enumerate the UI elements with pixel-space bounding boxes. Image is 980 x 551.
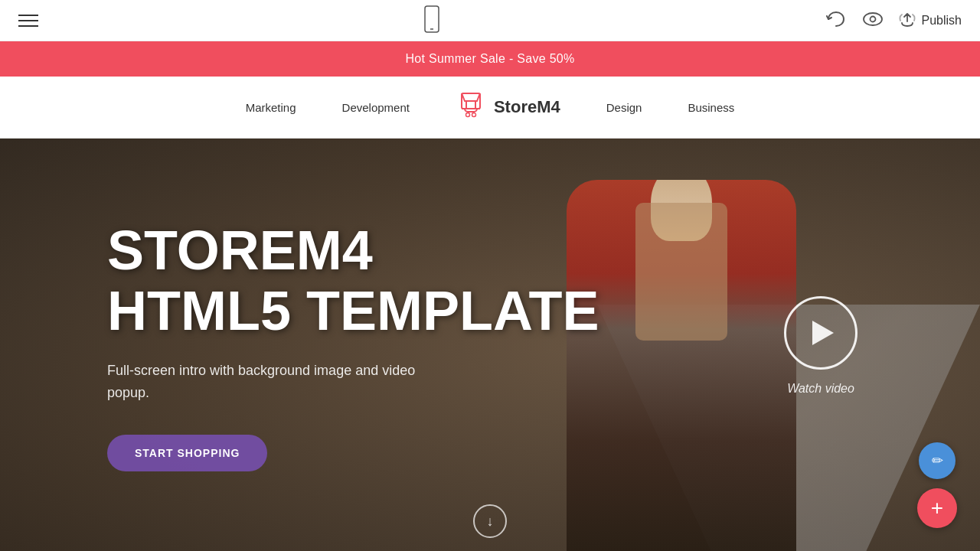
svg-point-6: [472, 113, 475, 117]
sale-banner: Hot Summer Sale - Save 50%: [0, 41, 980, 77]
watch-video-button[interactable]: Watch video: [784, 296, 858, 396]
publish-label: Publish: [922, 14, 962, 28]
toolbar-right: Publish: [825, 11, 962, 31]
publish-button[interactable]: Publish: [899, 11, 962, 31]
nav-item-business[interactable]: Business: [688, 101, 734, 114]
hero-title: STOREM4 HTML5 TEMPLATE: [107, 220, 599, 341]
hero-title-line2: HTML5 TEMPLATE: [107, 280, 599, 341]
mobile-preview-icon[interactable]: [423, 5, 441, 36]
hero-content: STOREM4 HTML5 TEMPLATE Full-screen intro…: [0, 220, 599, 471]
scroll-arrow-icon: ↓: [487, 514, 494, 530]
page-content: Hot Summer Sale - Save 50% Marketing Dev…: [0, 41, 980, 551]
nav-logo[interactable]: StoreM4: [456, 90, 560, 124]
hamburger-menu-button[interactable]: [18, 15, 38, 27]
fab-add-button[interactable]: +: [917, 488, 957, 528]
sale-banner-text: Hot Summer Sale - Save 50%: [405, 52, 574, 65]
hero-section: STOREM4 HTML5 TEMPLATE Full-screen intro…: [0, 139, 980, 551]
svg-rect-0: [425, 6, 439, 32]
hero-subtitle: Full-screen intro with background image …: [107, 360, 567, 404]
fab-container: ✏ +: [917, 442, 957, 528]
play-triangle-icon: [812, 321, 834, 345]
add-icon: +: [931, 496, 943, 520]
fab-edit-button[interactable]: ✏: [919, 442, 956, 479]
main-nav: Marketing Development StoreM4 Design Bus…: [0, 77, 980, 139]
toolbar-left: [18, 15, 38, 27]
svg-point-5: [466, 113, 469, 117]
toolbar: Publish: [0, 0, 980, 41]
edit-icon: ✏: [932, 452, 943, 469]
svg-point-2: [864, 13, 882, 25]
cart-icon: [456, 90, 486, 124]
preview-eye-icon[interactable]: [862, 11, 884, 30]
nav-item-development[interactable]: Development: [342, 101, 410, 114]
undo-icon[interactable]: [825, 11, 847, 31]
nav-item-design[interactable]: Design: [606, 101, 642, 114]
start-shopping-button[interactable]: START SHOPPING: [107, 435, 267, 471]
person-shape: [567, 180, 796, 551]
play-circle-icon: [784, 296, 858, 370]
publish-upload-icon: [899, 11, 916, 31]
scroll-down-button[interactable]: ↓: [473, 504, 507, 538]
nav-logo-text: StoreM4: [494, 97, 560, 117]
nav-item-marketing[interactable]: Marketing: [246, 101, 296, 114]
svg-point-3: [870, 16, 875, 21]
toolbar-center: [423, 5, 441, 36]
watch-video-label: Watch video: [787, 382, 854, 396]
hero-title-line1: STOREM4: [107, 220, 373, 281]
